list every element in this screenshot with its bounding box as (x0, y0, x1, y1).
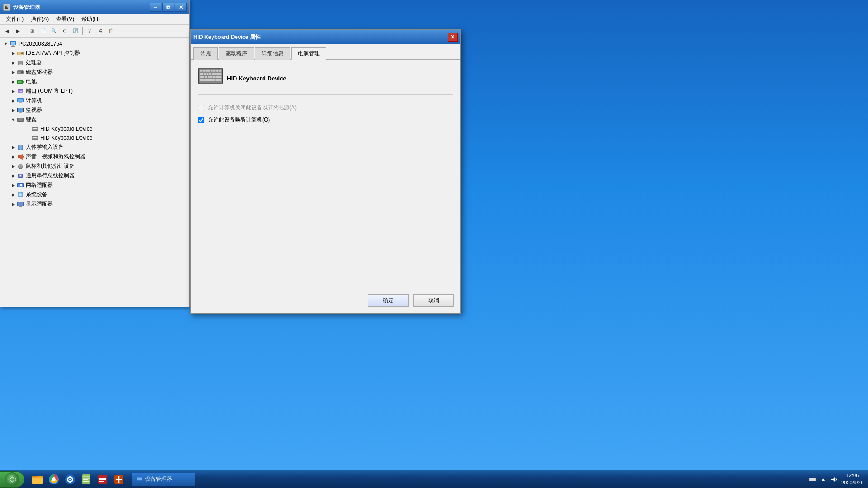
ok-button[interactable]: 确定 (368, 294, 409, 307)
allow-wakeup-checkbox[interactable] (198, 117, 204, 123)
toolbar-prop[interactable]: 📋 (106, 26, 116, 36)
start-button[interactable] (0, 471, 24, 488)
svg-point-55 (20, 149, 21, 150)
checkbox-row-0: 允许计算机关闭此设备以节约电源(A) (198, 104, 453, 112)
menu-action[interactable]: 操作(A) (27, 14, 52, 24)
toolbar-btn5[interactable]: 🔄 (71, 26, 80, 36)
svg-rect-98 (210, 76, 212, 78)
tree-item-0[interactable]: ▶ IDE ATA/ATAPI 控制器 (0, 48, 189, 58)
taskbar-file-explorer[interactable] (30, 472, 45, 487)
toolbar-print[interactable]: 🖨 (95, 26, 105, 36)
tab-details[interactable]: 详细信息 (255, 47, 290, 60)
tree-item-12[interactable]: ▶ 网络适配器 (0, 180, 189, 190)
tree-root[interactable]: ▼ PC202008281754 (0, 39, 189, 48)
toolbar-back[interactable]: ◀ (2, 26, 12, 36)
tree-item-1[interactable]: ▶ 处理器 (0, 58, 189, 67)
tree-item-4[interactable]: ▶ 端口 (COM 和 LPT) (0, 86, 189, 96)
allow-wakeup-label[interactable]: 允许此设备唤醒计算机(O) (208, 116, 270, 124)
tree-item-hid2[interactable]: ▶ HID Keyboard Device (0, 133, 189, 142)
tab-driver[interactable]: 驱动程序 (219, 47, 254, 60)
expand-11[interactable]: ▶ (9, 172, 17, 179)
cancel-button[interactable]: 取消 (413, 294, 454, 307)
expand-12[interactable]: ▶ (9, 182, 17, 189)
svg-rect-12 (18, 72, 21, 73)
toolbar-btn3[interactable]: 🔍 (49, 26, 59, 36)
clock-date: 2020/9/29 (841, 479, 863, 486)
expand-5[interactable]: ▶ (9, 97, 17, 104)
tray-keyboard-icon[interactable] (809, 476, 816, 483)
expand-2[interactable]: ▶ (9, 69, 17, 76)
taskbar-chrome2[interactable] (62, 472, 78, 487)
svg-rect-37 (21, 120, 21, 120)
close-button[interactable]: ✕ (175, 3, 187, 12)
tree-item-hid1[interactable]: ▶ HID Keyboard Device (0, 124, 189, 133)
svg-rect-90 (207, 73, 209, 75)
toolbar-help[interactable]: ? (85, 26, 94, 36)
taskbar-tool1[interactable] (95, 472, 110, 487)
expand-8[interactable]: ▶ (9, 144, 17, 151)
icon-battery (17, 78, 24, 85)
tree-item-11[interactable]: ▶ 通用串行总线控制器 (0, 171, 189, 180)
svg-marker-57 (20, 154, 23, 160)
dialog-close-button[interactable]: ✕ (448, 33, 458, 42)
svg-point-74 (19, 193, 22, 196)
expand-0[interactable]: ▶ (9, 50, 17, 57)
tray-volume-icon[interactable] (830, 476, 838, 483)
allow-computer-off-checkbox[interactable] (198, 105, 204, 111)
expand-14[interactable]: ▶ (9, 201, 17, 208)
expand-6[interactable]: ▶ (9, 107, 17, 114)
taskbar-notepad[interactable] (79, 472, 94, 487)
svg-rect-67 (20, 184, 21, 185)
tree-item-14[interactable]: ▶ 显示适配器 (0, 199, 189, 209)
svg-rect-88 (200, 73, 203, 75)
tree-item-8[interactable]: ▶ 人体学输入设备 (0, 142, 189, 152)
toolbar-btn1[interactable]: ⊞ (27, 26, 37, 36)
restore-button[interactable]: ⧉ (162, 3, 174, 12)
taskbar-chrome[interactable] (46, 472, 61, 487)
tree-item-2[interactable]: ▶ 磁盘驱动器 (0, 67, 189, 77)
expand-keyboard[interactable]: ▼ (9, 116, 17, 123)
menu-file[interactable]: 文件(F) (2, 14, 27, 24)
svg-rect-42 (33, 128, 34, 129)
clock-time: 12:06 (846, 472, 859, 479)
icon-system (17, 191, 24, 198)
svg-rect-66 (19, 184, 19, 185)
expand-10[interactable]: ▶ (9, 163, 17, 170)
system-clock[interactable]: 12:06 2020/9/29 (841, 472, 863, 486)
expand-root[interactable]: ▼ (2, 40, 9, 47)
svg-rect-44 (35, 128, 36, 129)
toolbar-forward[interactable]: ▶ (13, 26, 23, 36)
toolbar-sep2 (82, 27, 83, 35)
expand-4[interactable]: ▶ (9, 88, 17, 95)
tree-item-9[interactable]: ▶ 声音、视频和游戏控制器 (0, 152, 189, 161)
icon-usb (17, 172, 24, 179)
taskbar-active-app[interactable]: 设备管理器 (132, 473, 195, 486)
expand-13[interactable]: ▶ (9, 191, 17, 198)
tree-item-6[interactable]: ▶ 监视器 (0, 105, 189, 115)
expand-3[interactable]: ▶ (9, 78, 17, 85)
tree-item-5[interactable]: ▶ 计算机 (0, 96, 189, 105)
tray-expand-icon[interactable]: ▲ (820, 476, 827, 483)
toolbar-btn2[interactable]: 📄 (38, 26, 48, 36)
taskbar-tool2[interactable] (111, 472, 127, 487)
svg-rect-50 (34, 137, 35, 138)
svg-rect-25 (18, 108, 23, 112)
tree-item-10[interactable]: ▶ 鼠标和其他指针设备 (0, 161, 189, 171)
menu-view[interactable]: 查看(V) (52, 14, 78, 24)
svg-rect-130 (812, 479, 812, 479)
expand-1[interactable]: ▶ (9, 59, 17, 66)
tree-item-keyboard[interactable]: ▼ 键盘 (0, 115, 189, 124)
allow-computer-off-label[interactable]: 允许计算机关闭此设备以节约电源(A) (208, 104, 297, 112)
svg-rect-127 (810, 478, 815, 481)
tab-power[interactable]: 电源管理 (291, 47, 326, 60)
expand-9[interactable]: ▶ (9, 153, 17, 160)
tree-item-13[interactable]: ▶ 系统设备 (0, 190, 189, 199)
menu-help[interactable]: 帮助(H) (78, 14, 104, 24)
tree-item-3[interactable]: ▶ 电池 (0, 77, 189, 86)
minimize-button[interactable]: ─ (150, 3, 161, 12)
toolbar-btn4[interactable]: ⚙ (60, 26, 70, 36)
icon-hid2 (17, 144, 24, 151)
checkbox-row-1: 允许此设备唤醒计算机(O) (198, 116, 453, 124)
taskbar-running-apps: 设备管理器 (130, 470, 804, 488)
tab-general[interactable]: 常规 (193, 47, 218, 60)
